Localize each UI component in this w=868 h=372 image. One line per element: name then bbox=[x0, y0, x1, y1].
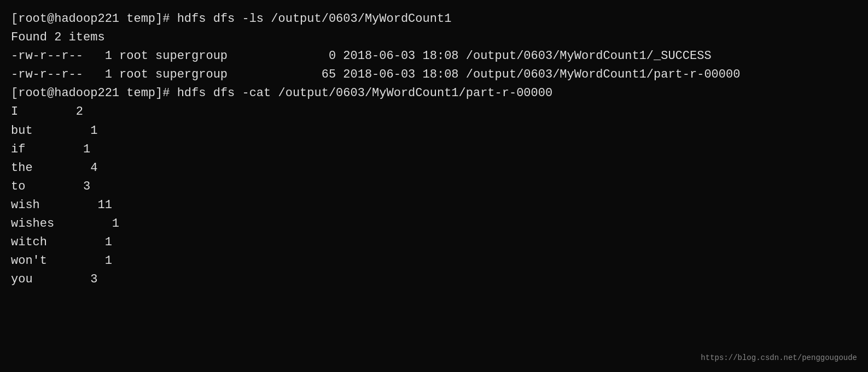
line-7: but 1 bbox=[11, 124, 97, 138]
line-10: to 3 bbox=[11, 180, 90, 193]
watermark-text: https://blog.csdn.net/penggougoude bbox=[701, 352, 857, 364]
line-8: if 1 bbox=[11, 143, 90, 156]
line-4: -rw-r--r-- 1 root supergroup 65 2018-06-… bbox=[11, 68, 740, 81]
line-9: the 4 bbox=[11, 161, 97, 175]
line-12: wishes 1 bbox=[11, 217, 119, 231]
line-5: [root@hadoop221 temp]# hdfs dfs -cat /ou… bbox=[11, 86, 552, 100]
terminal-window: [root@hadoop221 temp]# hdfs dfs -ls /out… bbox=[0, 0, 868, 372]
line-1: [root@hadoop221 temp]# hdfs dfs -ls /out… bbox=[11, 12, 451, 26]
line-3: -rw-r--r-- 1 root supergroup 0 2018-06-0… bbox=[11, 49, 712, 63]
line-6: I 2 bbox=[11, 105, 83, 119]
line-2: Found 2 items bbox=[11, 31, 105, 44]
line-11: wish 11 bbox=[11, 198, 112, 212]
terminal-output: [root@hadoop221 temp]# hdfs dfs -ls /out… bbox=[11, 10, 857, 289]
line-13: witch 1 bbox=[11, 235, 112, 249]
line-14: won't 1 bbox=[11, 254, 112, 268]
line-15: you 3 bbox=[11, 273, 97, 286]
